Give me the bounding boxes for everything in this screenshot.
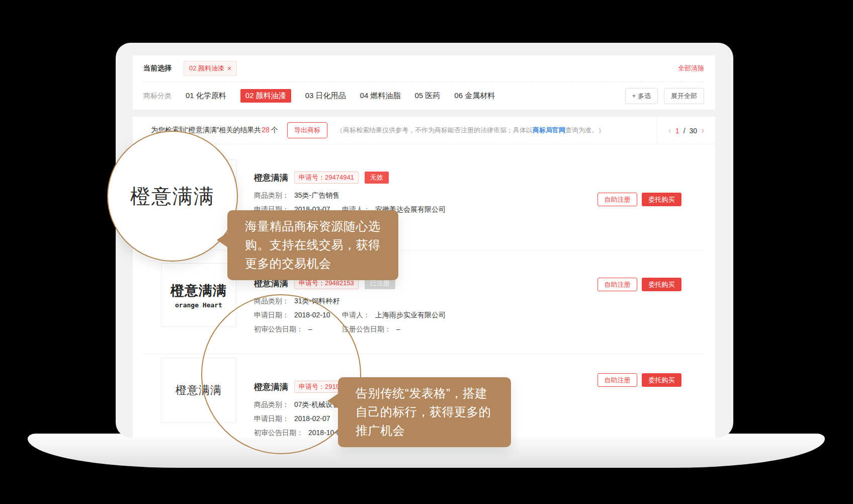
trademark-image-subtext: orange Heart [175,301,222,309]
tooltip-arrow-left [217,232,228,247]
clear-all-button[interactable]: 全部清除 [678,64,704,73]
current-selection-row: 当前选择 02 颜料油漆 × 全部清除 [143,55,704,81]
selected-filter-tag[interactable]: 02 颜料油漆 × [184,61,237,76]
row-actions-2: 自助注册 委托购买 [598,278,681,291]
prev-page-icon[interactable]: ‹ [668,125,671,136]
next-page-icon[interactable]: › [701,125,704,136]
trademark-name[interactable]: 橙意满满 [254,172,288,184]
category-actions: + 多选 展开全部 [625,88,704,104]
row-actions-3: 自助注册 委托购买 [598,373,681,387]
results-count: 28 [262,126,270,134]
entrust-purchase-button[interactable]: 委托购买 [642,278,681,291]
row-actions-1: 自助注册 委托购买 [598,193,681,206]
application-number-badge: 申请号：29474941 [294,172,359,184]
entrust-purchase-button[interactable]: 委托购买 [642,373,681,387]
selected-filter-tag-label: 02 颜料油漆 [189,64,224,73]
magnifier-circle-2 [201,294,361,454]
status-badge-invalid: 无效 [365,172,389,184]
results-disclaimer: （商标检索结果仅供参考，不作为商标能否注册的法律依据；具体以商标局官网查询为准。… [336,126,605,135]
magnified-trademark-text: 橙意满满 [130,183,215,210]
category-row: 商标分类 01 化学原料 02 颜料油漆 03 日化用品 04 燃料油脂 05 … [143,82,704,110]
tooltip-promotion: 告别传统“发表格”，搭建 自己的标行，获得更多的 推广机会 [338,377,511,447]
trademark-details-1: 橙意满满 申请号：29474941 无效 商品类别：35类-广告销售 申请日期：… [254,172,576,214]
filter-panel: 当前选择 02 颜料油漆 × 全部清除 商标分类 01 化学原料 02 颜料油漆… [133,55,715,110]
expand-all-button[interactable]: 展开全部 [664,88,704,104]
tooltip-arrow-left [327,393,338,408]
category-items: 01 化学原料 02 颜料油漆 03 日化用品 04 燃料油脂 05 医药 06… [186,89,495,103]
category-item-06[interactable]: 06 金属材料 [454,91,495,101]
self-register-button[interactable]: 自助注册 [598,193,637,206]
pagination: ‹ 1 / 30 › [657,117,715,144]
category-item-04[interactable]: 04 燃料油脂 [360,91,401,101]
self-register-button[interactable]: 自助注册 [598,373,637,387]
category-item-05[interactable]: 05 医药 [414,91,440,101]
export-trademarks-button[interactable]: 导出商标 [287,122,327,138]
results-header: 为您检索到“橙意满满”相关的结果共28个 导出商标 （商标检索结果仅供参考，不作… [133,117,715,144]
field-category: 商品类别：35类-广告销售 [254,191,576,200]
page-separator: / [684,127,686,135]
category-item-01[interactable]: 01 化学原料 [186,91,226,101]
remove-tag-icon[interactable]: × [227,66,231,71]
category-item-02-active[interactable]: 02 颜料油漆 [240,89,291,103]
current-selection-label: 当前选择 [143,64,172,73]
self-register-button[interactable]: 自助注册 [598,278,637,291]
tooltip-marketplace: 海量精品商标资源随心选 购。支持在线交易，获得 更多的交易机会 [227,210,398,280]
trademark-image-text: 橙意满满 [170,282,227,300]
entrust-purchase-button[interactable]: 委托购买 [642,193,681,206]
multi-select-button[interactable]: + 多选 [625,88,658,104]
current-page: 1 [675,127,679,135]
trademark-office-link[interactable]: 商标局官网 [533,126,565,134]
category-item-03[interactable]: 03 日化用品 [305,91,346,101]
category-label: 商标分类 [143,92,172,101]
total-pages: 30 [690,127,698,135]
